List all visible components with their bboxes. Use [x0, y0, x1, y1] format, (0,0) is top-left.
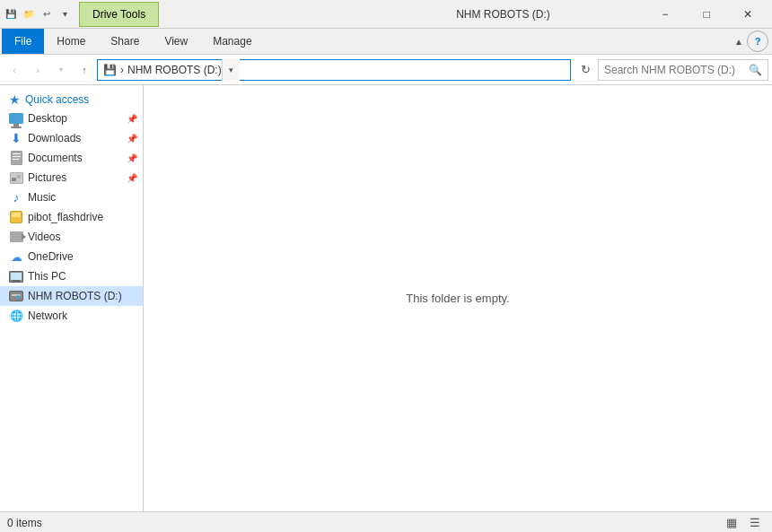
minimize-button[interactable]: −: [645, 0, 686, 29]
title-bar-icons: 💾 📁 ↩ ▾: [4, 7, 72, 22]
maximize-button[interactable]: □: [686, 0, 727, 29]
title-bar: 💾 📁 ↩ ▾ Drive Tools NHM ROBOTS (D:) − □ …: [0, 0, 772, 29]
tab-view[interactable]: View: [152, 29, 200, 54]
sidebar: ★ Quick access Desktop 📌 ⬇ Downloads 📌: [0, 85, 144, 511]
documents-icon: [9, 151, 23, 165]
sidebar-item-videos[interactable]: Videos: [0, 227, 143, 247]
tab-share[interactable]: Share: [98, 29, 152, 54]
ribbon-collapse-icon[interactable]: ▲: [734, 37, 743, 47]
sidebar-item-downloads[interactable]: ⬇ Downloads 📌: [0, 128, 143, 148]
videos-icon: [9, 230, 23, 244]
sidebar-item-nhm-robots[interactable]: NHM ROBOTS (D:): [0, 286, 143, 306]
ribbon: File Home Share View Manage ▲ ?: [0, 29, 772, 55]
this-pc-label: This PC: [28, 270, 137, 283]
quick-access-label: Quick access: [25, 93, 89, 106]
pin-icon: 📌: [127, 134, 137, 144]
view-toggle-buttons: ▦ ☰: [722, 515, 765, 531]
network-label: Network: [28, 310, 137, 322]
dropdown-recent-button[interactable]: ▾: [50, 59, 72, 81]
pictures-label: Pictures: [28, 171, 122, 184]
search-input[interactable]: [604, 64, 749, 76]
sidebar-item-network[interactable]: 🌐 Network: [0, 306, 143, 326]
back-button[interactable]: ‹: [4, 59, 25, 81]
flashdrive-label: pibot_flashdrive: [28, 211, 137, 223]
forward-button[interactable]: ›: [27, 59, 48, 81]
tab-manage[interactable]: Manage: [200, 29, 264, 54]
main-area: ★ Quick access Desktop 📌 ⬇ Downloads 📌: [0, 85, 772, 511]
window-title: NHM ROBOTS (D:): [362, 8, 645, 21]
network-icon: 🌐: [9, 309, 23, 323]
address-path[interactable]: 💾 › NHM ROBOTS (D:) ▾: [97, 59, 571, 81]
videos-label: Videos: [28, 231, 137, 243]
downloads-label: Downloads: [28, 132, 122, 144]
sidebar-item-quick-access[interactable]: ★ Quick access: [0, 89, 143, 109]
address-text: NHM ROBOTS (D:): [127, 64, 222, 76]
sidebar-item-onedrive[interactable]: ☁ OneDrive: [0, 247, 143, 266]
sidebar-item-music[interactable]: ♪ Music: [0, 188, 143, 207]
up-button[interactable]: ↑: [74, 59, 95, 81]
item-count: 0 items: [7, 517, 42, 529]
onedrive-label: OneDrive: [28, 250, 137, 263]
drive-icon: 💾: [103, 64, 117, 76]
pictures-icon: [9, 170, 23, 185]
flashdrive-icon: [9, 210, 23, 224]
tab-home[interactable]: Home: [44, 29, 98, 54]
sidebar-item-desktop[interactable]: Desktop 📌: [0, 109, 143, 128]
help-button[interactable]: ?: [747, 31, 768, 52]
drive-icon: [9, 289, 23, 303]
empty-folder-message: This folder is empty.: [406, 292, 509, 305]
window-controls: − □ ✕: [645, 0, 768, 29]
address-dropdown-button[interactable]: ▾: [222, 59, 240, 81]
title-bar-tabs: Drive Tools: [79, 2, 362, 27]
pin-icon: 📌: [127, 153, 137, 163]
search-box[interactable]: 🔍: [598, 59, 768, 81]
address-bar: ‹ › ▾ ↑ 💾 › NHM ROBOTS (D:) ▾ ↻ 🔍: [0, 55, 772, 85]
quick-access-icon: 📁: [22, 7, 36, 22]
sidebar-item-pictures[interactable]: Pictures 📌: [0, 168, 143, 188]
quick-access-icon: ★: [9, 92, 21, 107]
dropdown-icon[interactable]: ▾: [57, 7, 72, 22]
onedrive-icon: ☁: [9, 249, 23, 264]
details-view-button[interactable]: ☰: [745, 515, 765, 531]
ribbon-tabs: File Home Share View Manage ▲ ?: [0, 29, 772, 54]
this-pc-icon: [9, 269, 23, 283]
music-label: Music: [28, 191, 137, 204]
music-icon: ♪: [9, 190, 23, 205]
desktop-icon: [9, 111, 23, 126]
nhm-robots-label: NHM ROBOTS (D:): [28, 290, 137, 302]
pin-icon: 📌: [127, 114, 137, 124]
sidebar-item-documents[interactable]: Documents 📌: [0, 148, 143, 168]
undo-icon: ↩: [39, 7, 54, 22]
pin-icon: 📌: [127, 173, 137, 183]
refresh-button[interactable]: ↻: [575, 59, 596, 81]
desktop-label: Desktop: [28, 112, 122, 125]
breadcrumb-arrow: ›: [120, 64, 124, 76]
app-icon: 💾: [4, 7, 18, 22]
documents-label: Documents: [28, 152, 122, 164]
search-icon[interactable]: 🔍: [749, 64, 762, 76]
downloads-icon: ⬇: [9, 131, 23, 145]
large-icons-view-button[interactable]: ▦: [722, 515, 741, 531]
status-bar: 0 items ▦ ☰: [0, 511, 772, 532]
sidebar-item-flashdrive[interactable]: pibot_flashdrive: [0, 207, 143, 227]
drive-tools-tab[interactable]: Drive Tools: [79, 2, 159, 27]
content-area: This folder is empty.: [144, 85, 772, 511]
sidebar-item-this-pc[interactable]: This PC: [0, 266, 143, 286]
tab-file[interactable]: File: [2, 29, 44, 54]
close-button[interactable]: ✕: [727, 0, 768, 29]
